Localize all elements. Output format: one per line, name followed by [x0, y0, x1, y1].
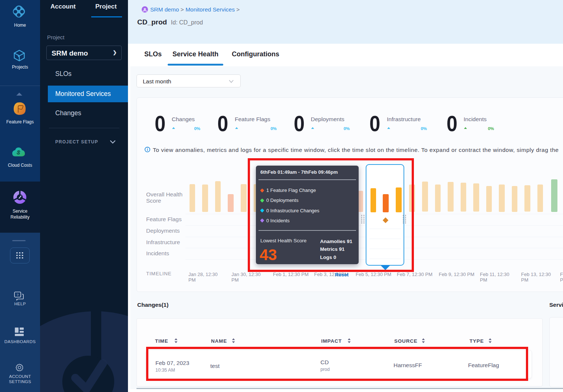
svg-text:?: ? — [17, 293, 19, 297]
